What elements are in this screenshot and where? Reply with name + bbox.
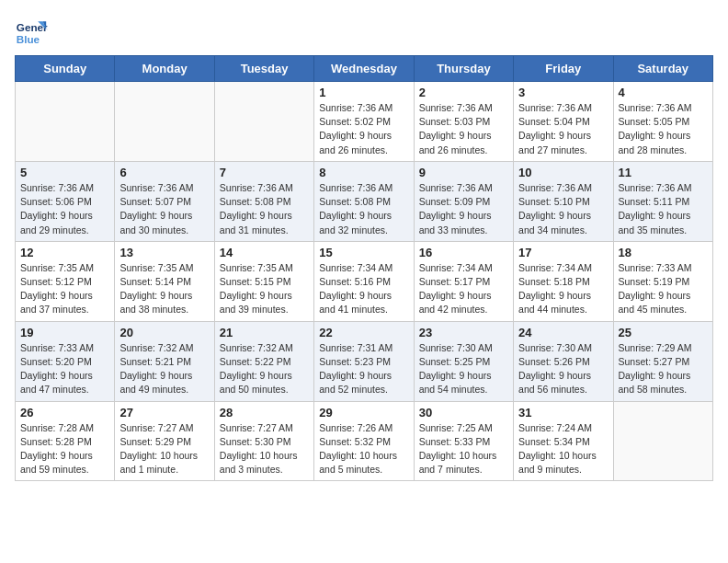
day-number: 30	[419, 406, 508, 419]
day-info: Sunrise: 7:27 AM Sunset: 5:30 PM Dayligh…	[220, 421, 309, 477]
weekday-header-cell: Tuesday	[214, 56, 313, 82]
day-number: 5	[20, 166, 109, 179]
calendar-day-cell: 10Sunrise: 7:36 AM Sunset: 5:10 PM Dayli…	[514, 161, 613, 241]
day-info: Sunrise: 7:33 AM Sunset: 5:19 PM Dayligh…	[619, 261, 708, 317]
calendar-day-cell: 5Sunrise: 7:36 AM Sunset: 5:06 PM Daylig…	[16, 161, 115, 241]
calendar-day-cell	[115, 82, 214, 162]
calendar-day-cell: 28Sunrise: 7:27 AM Sunset: 5:30 PM Dayli…	[214, 401, 313, 481]
weekday-header-row: SundayMondayTuesdayWednesdayThursdayFrid…	[16, 56, 713, 82]
day-info: Sunrise: 7:36 AM Sunset: 5:09 PM Dayligh…	[419, 181, 508, 237]
day-info: Sunrise: 7:36 AM Sunset: 5:06 PM Dayligh…	[20, 181, 109, 237]
day-number: 2	[419, 86, 508, 99]
calendar-day-cell: 4Sunrise: 7:36 AM Sunset: 5:05 PM Daylig…	[613, 82, 712, 162]
day-number: 11	[619, 166, 708, 179]
calendar-day-cell: 7Sunrise: 7:36 AM Sunset: 5:08 PM Daylig…	[214, 161, 313, 241]
day-info: Sunrise: 7:36 AM Sunset: 5:04 PM Dayligh…	[518, 101, 608, 157]
calendar-day-cell: 27Sunrise: 7:27 AM Sunset: 5:29 PM Dayli…	[115, 401, 214, 481]
day-number: 12	[20, 246, 109, 259]
day-number: 4	[619, 86, 708, 99]
calendar-day-cell: 16Sunrise: 7:34 AM Sunset: 5:17 PM Dayli…	[414, 241, 513, 321]
day-number: 27	[119, 406, 209, 419]
day-info: Sunrise: 7:36 AM Sunset: 5:11 PM Dayligh…	[619, 181, 708, 237]
calendar-week-row: 1Sunrise: 7:36 AM Sunset: 5:02 PM Daylig…	[16, 82, 713, 162]
weekday-header-cell: Sunday	[16, 56, 115, 82]
day-number: 24	[518, 326, 608, 339]
calendar-day-cell: 20Sunrise: 7:32 AM Sunset: 5:21 PM Dayli…	[115, 321, 214, 401]
logo: General Blue	[15, 15, 48, 48]
calendar-day-cell: 21Sunrise: 7:32 AM Sunset: 5:22 PM Dayli…	[214, 321, 313, 401]
calendar-day-cell: 14Sunrise: 7:35 AM Sunset: 5:15 PM Dayli…	[214, 241, 313, 321]
day-number: 3	[518, 86, 608, 99]
day-info: Sunrise: 7:34 AM Sunset: 5:18 PM Dayligh…	[518, 261, 608, 317]
day-info: Sunrise: 7:29 AM Sunset: 5:27 PM Dayligh…	[619, 341, 708, 397]
day-info: Sunrise: 7:32 AM Sunset: 5:22 PM Dayligh…	[220, 341, 309, 397]
day-number: 20	[119, 326, 209, 339]
day-number: 31	[518, 406, 608, 419]
day-number: 16	[419, 246, 508, 259]
calendar-day-cell	[214, 82, 313, 162]
calendar-day-cell: 30Sunrise: 7:25 AM Sunset: 5:33 PM Dayli…	[414, 401, 513, 481]
day-number: 15	[319, 246, 408, 259]
day-number: 14	[220, 246, 309, 259]
calendar-day-cell: 12Sunrise: 7:35 AM Sunset: 5:12 PM Dayli…	[16, 241, 115, 321]
day-number: 22	[319, 326, 408, 339]
calendar-day-cell: 25Sunrise: 7:29 AM Sunset: 5:27 PM Dayli…	[613, 321, 712, 401]
day-number: 23	[419, 326, 508, 339]
day-info: Sunrise: 7:36 AM Sunset: 5:03 PM Dayligh…	[419, 101, 508, 157]
day-number: 29	[319, 406, 408, 419]
day-info: Sunrise: 7:32 AM Sunset: 5:21 PM Dayligh…	[119, 341, 209, 397]
day-info: Sunrise: 7:36 AM Sunset: 5:07 PM Dayligh…	[119, 181, 209, 237]
day-info: Sunrise: 7:36 AM Sunset: 5:08 PM Dayligh…	[319, 181, 408, 237]
calendar-day-cell: 31Sunrise: 7:24 AM Sunset: 5:34 PM Dayli…	[514, 401, 613, 481]
calendar-day-cell: 8Sunrise: 7:36 AM Sunset: 5:08 PM Daylig…	[314, 161, 414, 241]
calendar-day-cell: 26Sunrise: 7:28 AM Sunset: 5:28 PM Dayli…	[16, 401, 115, 481]
calendar-day-cell: 1Sunrise: 7:36 AM Sunset: 5:02 PM Daylig…	[314, 82, 414, 162]
day-number: 6	[119, 166, 209, 179]
calendar-day-cell: 24Sunrise: 7:30 AM Sunset: 5:26 PM Dayli…	[514, 321, 613, 401]
calendar-day-cell: 2Sunrise: 7:36 AM Sunset: 5:03 PM Daylig…	[414, 82, 513, 162]
day-number: 25	[619, 326, 708, 339]
day-number: 10	[518, 166, 608, 179]
day-info: Sunrise: 7:25 AM Sunset: 5:33 PM Dayligh…	[419, 421, 508, 477]
calendar-day-cell: 18Sunrise: 7:33 AM Sunset: 5:19 PM Dayli…	[613, 241, 712, 321]
day-number: 7	[220, 166, 309, 179]
calendar-day-cell: 11Sunrise: 7:36 AM Sunset: 5:11 PM Dayli…	[613, 161, 712, 241]
day-info: Sunrise: 7:27 AM Sunset: 5:29 PM Dayligh…	[119, 421, 209, 477]
calendar-week-row: 12Sunrise: 7:35 AM Sunset: 5:12 PM Dayli…	[16, 241, 713, 321]
logo-icon: General Blue	[15, 15, 48, 48]
day-number: 17	[518, 246, 608, 259]
day-number: 18	[619, 246, 708, 259]
calendar-day-cell: 29Sunrise: 7:26 AM Sunset: 5:32 PM Dayli…	[314, 401, 414, 481]
svg-text:Blue: Blue	[17, 33, 40, 45]
calendar-day-cell: 9Sunrise: 7:36 AM Sunset: 5:09 PM Daylig…	[414, 161, 513, 241]
calendar-week-row: 19Sunrise: 7:33 AM Sunset: 5:20 PM Dayli…	[16, 321, 713, 401]
weekday-header-cell: Friday	[514, 56, 613, 82]
calendar-day-cell: 19Sunrise: 7:33 AM Sunset: 5:20 PM Dayli…	[16, 321, 115, 401]
day-number: 21	[220, 326, 309, 339]
calendar-body: 1Sunrise: 7:36 AM Sunset: 5:02 PM Daylig…	[16, 82, 713, 481]
day-number: 8	[319, 166, 408, 179]
day-info: Sunrise: 7:34 AM Sunset: 5:17 PM Dayligh…	[419, 261, 508, 317]
calendar-table: SundayMondayTuesdayWednesdayThursdayFrid…	[15, 55, 713, 481]
day-info: Sunrise: 7:28 AM Sunset: 5:28 PM Dayligh…	[20, 421, 109, 477]
day-info: Sunrise: 7:36 AM Sunset: 5:10 PM Dayligh…	[518, 181, 608, 237]
calendar-day-cell: 23Sunrise: 7:30 AM Sunset: 5:25 PM Dayli…	[414, 321, 513, 401]
day-info: Sunrise: 7:35 AM Sunset: 5:15 PM Dayligh…	[220, 261, 309, 317]
day-info: Sunrise: 7:34 AM Sunset: 5:16 PM Dayligh…	[319, 261, 408, 317]
calendar-day-cell: 17Sunrise: 7:34 AM Sunset: 5:18 PM Dayli…	[514, 241, 613, 321]
day-info: Sunrise: 7:26 AM Sunset: 5:32 PM Dayligh…	[319, 421, 408, 477]
day-info: Sunrise: 7:36 AM Sunset: 5:08 PM Dayligh…	[220, 181, 309, 237]
day-number: 26	[20, 406, 109, 419]
day-info: Sunrise: 7:35 AM Sunset: 5:12 PM Dayligh…	[20, 261, 109, 317]
weekday-header-cell: Saturday	[613, 56, 712, 82]
day-info: Sunrise: 7:30 AM Sunset: 5:26 PM Dayligh…	[518, 341, 608, 397]
calendar-day-cell: 6Sunrise: 7:36 AM Sunset: 5:07 PM Daylig…	[115, 161, 214, 241]
weekday-header-cell: Wednesday	[314, 56, 414, 82]
day-number: 1	[319, 86, 408, 99]
day-number: 9	[419, 166, 508, 179]
day-info: Sunrise: 7:31 AM Sunset: 5:23 PM Dayligh…	[319, 341, 408, 397]
day-info: Sunrise: 7:36 AM Sunset: 5:05 PM Dayligh…	[619, 101, 708, 157]
day-number: 28	[220, 406, 309, 419]
day-info: Sunrise: 7:30 AM Sunset: 5:25 PM Dayligh…	[419, 341, 508, 397]
calendar-day-cell	[16, 82, 115, 162]
